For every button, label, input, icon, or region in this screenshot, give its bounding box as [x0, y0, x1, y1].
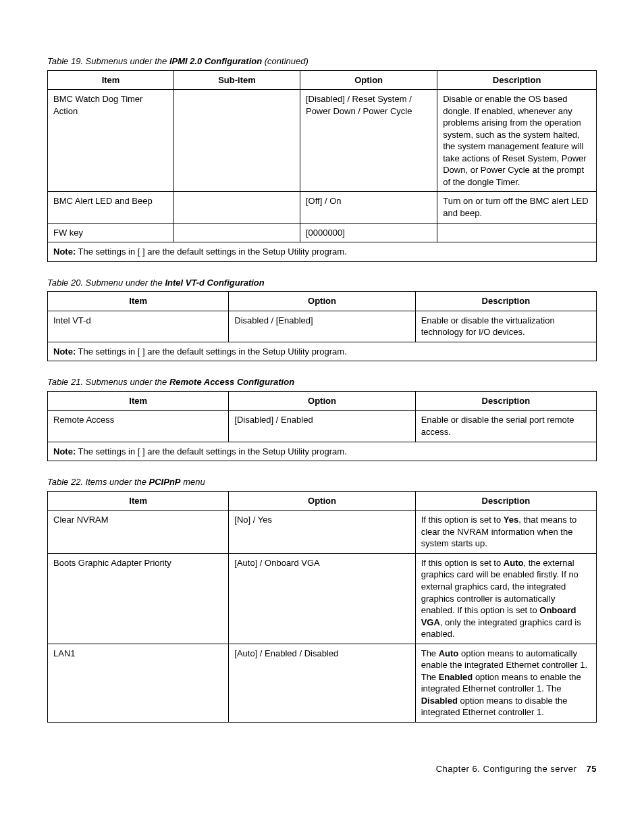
cell-description: If this option is set to Auto, the exter…: [415, 553, 596, 644]
cell-description: Disable or enable the OS based dongle. I…: [437, 90, 597, 192]
table-header-row: Item Option Description: [48, 391, 597, 411]
cell-subitem: [173, 90, 300, 192]
cell-option: [Auto] / Enabled / Disabled: [229, 644, 415, 722]
cell-option: [Auto] / Onboard VGA: [229, 553, 415, 644]
cell-option: [Disabled] / Reset System / Power Down /…: [300, 90, 437, 192]
note-label: Note:: [53, 446, 76, 457]
table-row: BMC Watch Dog Timer Action [Disabled] / …: [48, 90, 597, 192]
table21: Item Option Description Remote Access [D…: [47, 391, 597, 461]
cell-description: The Auto option means to automatically e…: [415, 644, 596, 722]
caption-text: Table 21. Submenus under the: [47, 377, 169, 387]
caption-text: Table 20. Submenu under the: [47, 278, 165, 288]
cell-description: If this option is set to Yes, that means…: [415, 511, 596, 554]
col-option: Option: [300, 70, 437, 90]
table20-caption: Table 20. Submenu under the Intel VT-d C…: [47, 277, 597, 289]
table19: Item Sub-item Option Description BMC Wat…: [47, 70, 597, 262]
note-cell: Note: The settings in [ ] are the defaul…: [48, 242, 597, 262]
table-header-row: Item Option Description: [48, 491, 597, 511]
caption-bold: Intel VT-d Configuration: [165, 278, 264, 288]
table22-caption: Table 22. Items under the PCIPnP menu: [47, 476, 597, 488]
table21-caption: Table 21. Submenus under the Remote Acce…: [47, 376, 597, 388]
note-text: The settings in [ ] are the default sett…: [76, 346, 347, 357]
caption-text: Table 19. Submenus under the: [47, 56, 169, 66]
cell-item: Boots Graphic Adapter Priority: [48, 553, 229, 644]
col-option: Option: [229, 491, 415, 511]
table-header-row: Item Sub-item Option Description: [48, 70, 597, 90]
table19-caption: Table 19. Submenus under the IPMI 2.0 Co…: [47, 55, 597, 68]
table20: Item Option Description Intel VT-d Disab…: [47, 291, 597, 361]
col-description: Description: [415, 391, 596, 411]
footer-chapter: Chapter 6. Configuring the server: [436, 764, 577, 774]
note-text: The settings in [ ] are the default sett…: [76, 246, 347, 257]
cell-item: Intel VT-d: [48, 311, 229, 342]
col-description: Description: [437, 70, 597, 90]
cell-item: FW key: [48, 223, 174, 242]
cell-subitem: [173, 223, 300, 242]
note-label: Note:: [53, 246, 76, 257]
cell-description: Turn on or turn off the BMC alert LED an…: [437, 192, 597, 223]
table-row: Clear NVRAM [No] / Yes If this option is…: [48, 511, 597, 554]
table-note-row: Note: The settings in [ ] are the defaul…: [48, 442, 597, 461]
col-item: Item: [48, 491, 229, 511]
note-label: Note:: [53, 346, 76, 357]
col-subitem: Sub-item: [173, 70, 300, 90]
caption-suffix: (continued): [262, 56, 308, 66]
caption-bold: PCIPnP: [149, 477, 181, 487]
col-option: Option: [229, 292, 415, 311]
table22: Item Option Description Clear NVRAM [No]…: [47, 491, 597, 723]
table-note-row: Note: The settings in [ ] are the defaul…: [48, 342, 597, 361]
footer-page-number: 75: [587, 764, 597, 774]
table-row: FW key [0000000]: [48, 223, 597, 242]
cell-item: Clear NVRAM: [48, 511, 229, 554]
table-row: LAN1 [Auto] / Enabled / Disabled The Aut…: [48, 644, 597, 722]
cell-option: [No] / Yes: [229, 511, 415, 554]
cell-item: Remote Access: [48, 411, 229, 442]
col-item: Item: [48, 292, 229, 311]
cell-description: Enable or disable the virtualization tec…: [415, 311, 596, 342]
note-cell: Note: The settings in [ ] are the defaul…: [48, 442, 597, 461]
col-option: Option: [229, 391, 415, 411]
cell-subitem: [173, 192, 300, 223]
col-item: Item: [48, 391, 229, 411]
note-text: The settings in [ ] are the default sett…: [76, 446, 347, 457]
caption-suffix: menu: [181, 477, 205, 487]
caption-text: Table 22. Items under the: [47, 477, 149, 487]
table-row: Remote Access [Disabled] / Enabled Enabl…: [48, 411, 597, 442]
col-description: Description: [415, 491, 596, 511]
col-description: Description: [415, 292, 596, 311]
cell-description: [437, 223, 597, 242]
cell-description: Enable or disable the serial port remote…: [415, 411, 596, 442]
table-row: BMC Alert LED and Beep [Off] / On Turn o…: [48, 192, 597, 223]
caption-bold: IPMI 2.0 Configuration: [169, 56, 262, 66]
cell-option: [0000000]: [300, 223, 437, 242]
cell-option: [Off] / On: [300, 192, 437, 223]
note-cell: Note: The settings in [ ] are the defaul…: [48, 342, 597, 361]
cell-option: Disabled / [Enabled]: [229, 311, 415, 342]
table-note-row: Note: The settings in [ ] are the defaul…: [48, 242, 597, 262]
page-footer: Chapter 6. Configuring the server 75: [47, 763, 597, 775]
caption-bold: Remote Access Configuration: [169, 377, 294, 387]
cell-item: LAN1: [48, 644, 229, 722]
cell-option: [Disabled] / Enabled: [229, 411, 415, 442]
table-row: Boots Graphic Adapter Priority [Auto] / …: [48, 553, 597, 644]
table-row: Intel VT-d Disabled / [Enabled] Enable o…: [48, 311, 597, 342]
cell-item: BMC Watch Dog Timer Action: [48, 90, 174, 192]
cell-item: BMC Alert LED and Beep: [48, 192, 174, 223]
table-header-row: Item Option Description: [48, 292, 597, 311]
col-item: Item: [48, 70, 174, 90]
